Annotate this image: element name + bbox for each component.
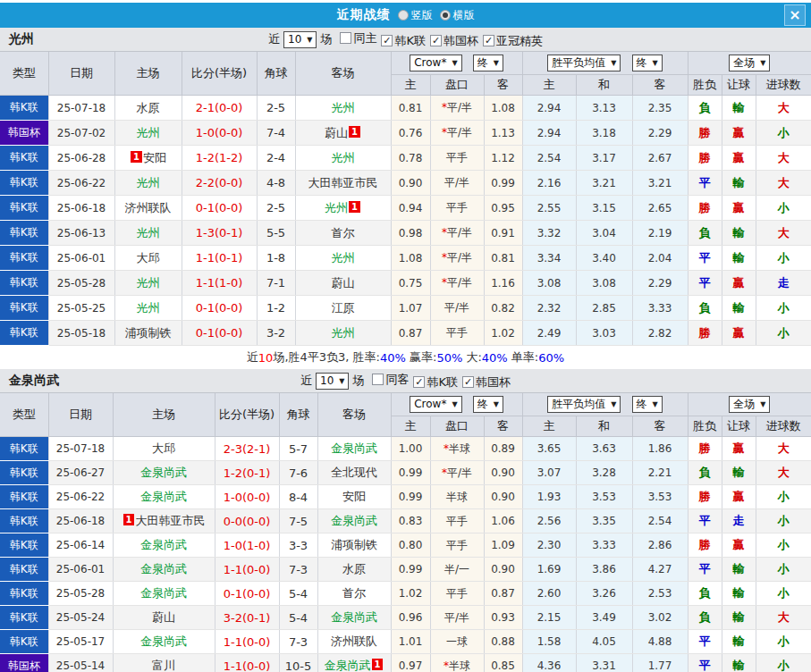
team-name: 首尔: [332, 226, 355, 239]
filter-label: 同客: [385, 372, 409, 388]
home-odds-cell: 0.99: [391, 461, 430, 485]
handicap-cell: 平/半: [430, 606, 484, 630]
checkbox-icon[interactable]: ✓: [413, 376, 425, 388]
scope-select[interactable]: 全场▼: [729, 55, 770, 71]
home-odds-cell: 0.99: [391, 485, 430, 509]
final-avg-select[interactable]: 终▼: [632, 396, 663, 413]
final-avg-select[interactable]: 终▼: [632, 55, 663, 71]
chevron-down-icon: ▼: [452, 400, 457, 408]
home-team-cell: 光州: [114, 271, 182, 296]
filter-checkbox[interactable]: ✓韩K联: [381, 33, 426, 49]
score-cell: 1-3(0-1): [182, 221, 257, 246]
avg-away-cell: 2.21: [632, 461, 688, 485]
handicap-cell: *平/半: [430, 96, 484, 121]
chevron-down-icon: ▼: [339, 377, 344, 385]
score-cell: 2-3(2-1): [215, 437, 279, 461]
checkbox-icon[interactable]: ✓: [462, 376, 474, 388]
col-home: 主场: [114, 52, 182, 96]
score-cell: 0-1(0-0): [182, 321, 257, 346]
score-cell: 0-1(0-0): [215, 582, 279, 606]
close-button[interactable]: ×: [784, 4, 806, 26]
chevron-down-icon: ▼: [760, 59, 765, 67]
chevron-down-icon: ▼: [452, 59, 457, 67]
corner-cell: 7-3: [279, 630, 317, 654]
bookmaker-select[interactable]: Crow*▼: [410, 55, 461, 71]
avg-draw-cell: 3.04: [576, 221, 632, 246]
col-date: 日期: [48, 52, 114, 96]
filter-checkbox[interactable]: 同主: [340, 30, 376, 46]
recent-count-select[interactable]: 10 ▼: [283, 31, 317, 48]
home-team-cell: 金泉尚武: [113, 461, 215, 485]
corner-cell: 3-2: [257, 321, 295, 346]
date-cell: 25-06-14: [48, 533, 113, 558]
corner-cell: 4-8: [257, 171, 295, 196]
checkbox-icon[interactable]: [340, 32, 351, 44]
avg-away-cell: 3.02: [632, 606, 688, 630]
avg-draw-cell: 3.63: [576, 437, 632, 461]
final-odds-select[interactable]: 终▼: [473, 396, 503, 413]
team-name: 光州: [137, 176, 160, 189]
handicap-cell: 一球: [430, 630, 484, 654]
handicap-cell: 平/半: [430, 171, 484, 196]
summary-part: 40%: [380, 351, 406, 365]
avg-home-cell: 2.60: [522, 582, 576, 606]
filter-checkbox-list: 同客✓韩K联✓韩国杯: [367, 372, 511, 391]
league-cell: 韩K联: [0, 582, 48, 606]
avg-home-cell: 2.16: [522, 171, 576, 196]
filter-checkbox[interactable]: ✓韩K联: [413, 374, 458, 391]
avg-draw-cell: 4.05: [576, 630, 632, 654]
avg-select[interactable]: 胜平负均值▼: [547, 396, 621, 413]
col-corner: 角球: [257, 52, 295, 96]
checkbox-icon[interactable]: ✓: [381, 35, 393, 46]
handicap-result-cell: 輸: [722, 296, 756, 321]
radio-icon[interactable]: [398, 10, 409, 21]
home-odds-cell: 1.08: [391, 246, 430, 271]
handicap-result-cell: 贏: [722, 321, 756, 346]
avg-select[interactable]: 胜平负均值▼: [547, 55, 621, 71]
col-handicap-result: 让球: [722, 75, 756, 96]
home-team-cell: 光州: [114, 171, 182, 196]
result-cell: 勝: [688, 121, 722, 146]
layout-option-vertical[interactable]: 竖版: [398, 8, 433, 23]
team-name: 金泉尚武: [140, 586, 187, 600]
checkbox-icon[interactable]: [372, 374, 384, 385]
avg-away-cell: 2.67: [632, 146, 688, 171]
filter-checkbox[interactable]: ✓亚冠精英: [483, 33, 543, 49]
match-row: 韩K联25-06-18济州联队0-1(0-0)2-5光州10.94平手0.952…: [0, 196, 811, 221]
handicap-cell: *平/半: [430, 221, 484, 246]
badge-1: 1: [123, 514, 135, 525]
final-odds-select[interactable]: 终▼: [473, 55, 503, 71]
away-team-cell: 蔚山1: [295, 121, 391, 146]
scope-select[interactable]: 全场▼: [729, 396, 770, 413]
col-odds-home: 主: [391, 75, 430, 96]
match-row: 韩国杯25-05-14富川1-1(0-0)10-5金泉尚武10.97*半球0.8…: [0, 654, 811, 672]
league-cell: 韩国杯: [0, 654, 48, 672]
home-team-cell: 富川: [113, 654, 215, 672]
home-team-cell: 金泉尚武: [113, 533, 215, 558]
away-team-cell: 光州: [295, 146, 391, 171]
filter-checkbox[interactable]: ✓韩国杯: [430, 33, 478, 49]
radio-icon[interactable]: [440, 10, 451, 21]
badge-1: 1: [349, 126, 360, 138]
away-odds-cell: 1.16: [484, 271, 522, 296]
checkbox-icon[interactable]: ✓: [483, 35, 494, 46]
away-team-cell: 浦项制铁: [317, 533, 391, 558]
away-team-cell: 光州: [295, 321, 391, 346]
recent-count-select[interactable]: 10 ▼: [316, 373, 349, 390]
checkbox-icon[interactable]: ✓: [430, 35, 442, 46]
filter-label: 韩国杯: [476, 374, 511, 391]
layout-option-horizontal[interactable]: 横版: [440, 8, 475, 23]
filter-checkbox[interactable]: ✓韩国杯: [462, 374, 511, 391]
team-name: 浦项制铁: [331, 538, 377, 551]
chevron-down-icon: ▼: [760, 400, 765, 408]
match-row: 韩K联25-06-01大邱1-1(0-1)1-8光州1.08*平/半0.813.…: [0, 246, 811, 271]
filter-checkbox[interactable]: 同客: [372, 372, 409, 388]
home-odds-cell: 0.81: [391, 96, 430, 121]
goals-result-cell: 大: [756, 96, 811, 121]
avg-home-cell: 2.94: [522, 96, 576, 121]
score-cell: 1-1(1-0): [182, 271, 257, 296]
away-odds-cell: 0.87: [484, 582, 522, 606]
near-label: 近: [268, 31, 280, 47]
col-avg-home: 主: [522, 75, 576, 96]
bookmaker-select[interactable]: Crow*▼: [410, 396, 461, 413]
